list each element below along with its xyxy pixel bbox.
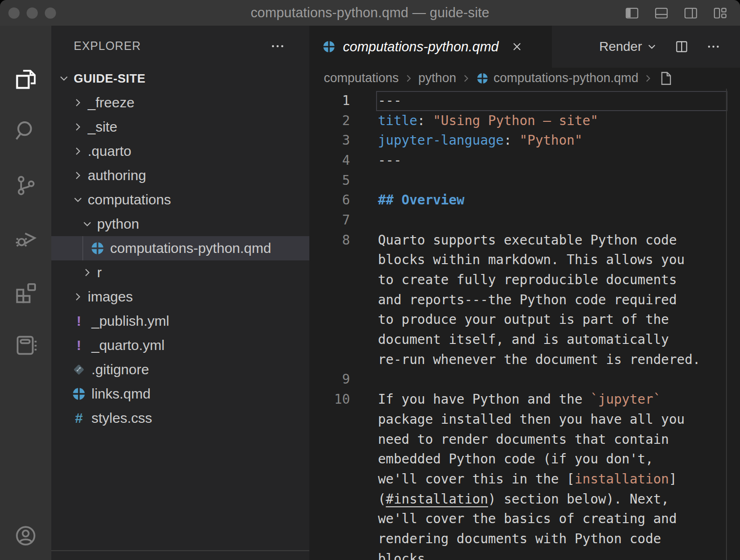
- explorer-sidebar: EXPLORER GUIDE-SITE_freeze_site.quartoau…: [51, 26, 309, 560]
- tab-computations-python-qmd[interactable]: computations-python.qmd: [309, 26, 552, 68]
- code-line[interactable]: rendering documents with Python code: [309, 529, 740, 549]
- toggle-sidebar-icon[interactable]: [624, 5, 640, 21]
- breadcrumb-item-computations-python-qmd[interactable]: computations-python.qmd: [494, 71, 639, 85]
- code-editor[interactable]: 1---2title: "Using Python — site"3jupyte…: [309, 89, 740, 560]
- code-text: document itself, and is automatically: [378, 332, 669, 347]
- tree-root-guide-site[interactable]: GUIDE-SITE: [51, 66, 309, 91]
- tree-item-label: styles.css: [91, 410, 152, 426]
- activity-bar-item-search[interactable]: [0, 107, 51, 154]
- search-icon: [14, 119, 38, 143]
- debug-icon: [14, 226, 38, 250]
- tree-item-computations-python-qmd[interactable]: computations-python.qmd: [51, 236, 309, 260]
- tab-close-button[interactable]: [509, 39, 525, 55]
- tree-item-authoring[interactable]: authoring: [51, 163, 309, 188]
- outline-section-header[interactable]: OUTLINE: [51, 552, 309, 560]
- code-line[interactable]: 6## Overview: [309, 190, 740, 210]
- symbol-file-icon[interactable]: [658, 70, 674, 86]
- explorer-more-button[interactable]: [268, 37, 287, 56]
- code-line[interactable]: 2title: "Using Python — site": [309, 111, 740, 131]
- tree-item-label: r: [97, 265, 102, 280]
- activity-bar-item-source-control[interactable]: [0, 162, 51, 209]
- extensions-icon: [14, 280, 38, 304]
- line-number: 9: [309, 371, 378, 387]
- breadcrumb: computationspythoncomputations-python.qm…: [309, 68, 740, 89]
- customize-layout-icon[interactable]: [712, 5, 728, 21]
- code-line[interactable]: embedded Python code (if you don't,: [309, 449, 740, 469]
- outline-divider: [51, 550, 309, 551]
- files-icon: [14, 67, 38, 91]
- code-line[interactable]: 9: [309, 370, 740, 390]
- line-number: 7: [309, 212, 378, 228]
- activity-bar-item-extensions[interactable]: [0, 268, 51, 315]
- source-control-icon: [14, 173, 38, 197]
- chevron-right-icon: [80, 266, 94, 280]
- tree-item-links-qmd[interactable]: links.qmd: [51, 382, 309, 406]
- tree-item-label: computations: [88, 192, 171, 208]
- code-line[interactable]: blocks within markdown. This allows you: [309, 250, 740, 270]
- code-line[interactable]: 7: [309, 210, 740, 230]
- chevron-right-icon: [71, 120, 85, 134]
- code-line[interactable]: need to render documents that contain: [309, 429, 740, 449]
- yaml-icon: !: [71, 337, 87, 353]
- code-line[interactable]: 1---: [309, 91, 740, 111]
- code-line[interactable]: 8Quarto supports executable Python code: [309, 230, 740, 250]
- tree-item-quarto[interactable]: .quarto: [51, 139, 309, 163]
- chevron-down-icon[interactable]: [646, 41, 658, 53]
- tree-item-computations[interactable]: computations: [51, 188, 309, 212]
- quarto-icon: [476, 72, 489, 85]
- code-text: to produce your output is part of the: [378, 312, 669, 327]
- line-number: 5: [309, 173, 378, 188]
- code-line[interactable]: 3jupyter-language: "Python": [309, 130, 740, 150]
- yaml-icon: !: [71, 313, 87, 329]
- tree-item-python[interactable]: python: [51, 212, 309, 236]
- tree-item-r[interactable]: r: [51, 260, 309, 285]
- code-line[interactable]: 4---: [309, 150, 740, 170]
- tree-item-styles-css[interactable]: #styles.css: [51, 406, 309, 430]
- tree-item-quarto-yml[interactable]: !_quarto.yml: [51, 333, 309, 357]
- activity-bar-item-explorer[interactable]: [0, 56, 51, 103]
- tree-item-label: authoring: [88, 168, 146, 183]
- code-line[interactable]: (#installation) section below). Next,: [309, 489, 740, 509]
- split-editor-icon: [674, 39, 689, 54]
- code-line[interactable]: we'll cover this in the [installation]: [309, 469, 740, 489]
- file-tree: GUIDE-SITE_freeze_site.quartoauthoringco…: [51, 66, 309, 430]
- code-line[interactable]: to produce your output is part of the: [309, 310, 740, 330]
- activity-bar: [0, 26, 51, 560]
- chevron-down-icon: [57, 71, 71, 85]
- split-editor-button[interactable]: [674, 39, 690, 55]
- tree-item-images[interactable]: images: [51, 285, 309, 309]
- code-line[interactable]: 10If you have Python and the `jupyter`: [309, 389, 740, 409]
- activity-bar-item-notebook[interactable]: [0, 322, 51, 369]
- tree-item-freeze[interactable]: _freeze: [51, 91, 309, 115]
- code-text: we'll cover the basics of creating and: [378, 511, 677, 526]
- toggle-secondary-sidebar-icon[interactable]: [683, 5, 698, 21]
- code-line[interactable]: re-run whenever the document is rendered…: [309, 350, 740, 370]
- code-text: ## Overview: [378, 192, 464, 208]
- account-icon: [14, 524, 38, 548]
- editor-more-button[interactable]: [705, 39, 721, 55]
- activity-bar-item-account[interactable]: [0, 512, 51, 559]
- code-line[interactable]: package installed then you have all you: [309, 409, 740, 429]
- line-number: 1: [309, 93, 378, 108]
- tree-item-publish-yml[interactable]: !_publish.yml: [51, 309, 309, 333]
- activity-bar-item-run-debug[interactable]: [0, 215, 51, 261]
- quarto-icon: [321, 39, 336, 54]
- tree-item-label: .gitignore: [91, 362, 149, 378]
- tree-item-label: .quarto: [88, 143, 131, 159]
- code-line[interactable]: we'll cover the basics of creating and: [309, 509, 740, 529]
- code-line[interactable]: blocks.: [309, 549, 740, 560]
- code-line[interactable]: document itself, and is automatically: [309, 329, 740, 350]
- chevron-down-icon: [80, 217, 94, 231]
- tree-item-site[interactable]: _site: [51, 115, 309, 139]
- code-line[interactable]: 5: [309, 170, 740, 190]
- code-text: we'll cover this in the [installation]: [378, 471, 677, 487]
- ellipsis-icon: [270, 38, 286, 54]
- code-line[interactable]: and reports---the Python code required: [309, 290, 740, 310]
- code-line[interactable]: to create fully reproducible documents: [309, 270, 740, 290]
- breadcrumb-item-computations[interactable]: computations: [324, 71, 399, 85]
- toggle-panel-icon[interactable]: [654, 5, 669, 21]
- breadcrumb-item-python[interactable]: python: [419, 71, 456, 85]
- render-button[interactable]: Render: [599, 39, 658, 54]
- code-text: jupyter-language: "Python": [378, 133, 582, 148]
- tree-item-gitignore[interactable]: .gitignore: [51, 357, 309, 382]
